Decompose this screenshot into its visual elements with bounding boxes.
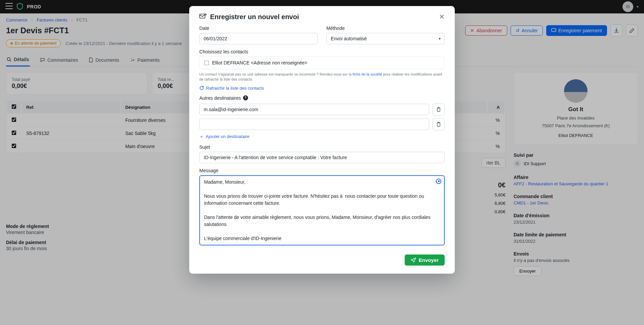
mail-icon <box>199 13 207 21</box>
trash-icon <box>436 107 441 112</box>
close-icon[interactable]: ✕ <box>439 13 445 21</box>
methode-label: Méthode <box>326 26 445 31</box>
plus-icon: ＋ <box>199 134 204 140</box>
date-label: Date <box>199 26 318 31</box>
dest-email-field[interactable] <box>199 104 429 115</box>
delete-dest-button[interactable] <box>433 118 445 130</box>
sujet-field[interactable] <box>199 152 445 163</box>
refresh-contacts-link[interactable]: Rafraichir la liste des contacts <box>199 86 445 91</box>
sujet-label: Sujet <box>199 144 445 150</box>
add-dest-link[interactable]: ＋ Ajouter un destinataire <box>199 134 445 140</box>
refresh-contacts-label: Rafraichir la liste des contacts <box>206 86 264 91</box>
info-icon[interactable]: ? <box>243 95 248 100</box>
delete-dest-button[interactable] <box>433 103 445 115</box>
dest-email-field-empty[interactable] <box>199 119 429 130</box>
send-button[interactable]: Envoyer <box>405 254 445 266</box>
message-label: Message <box>199 168 445 173</box>
trash-icon <box>436 122 441 127</box>
societe-link[interactable]: fiche de la société <box>353 72 382 76</box>
choose-contacts-label: Choisissez les contacts <box>199 49 445 54</box>
contacts-help: Un contact n'apparait pas ou une adresse… <box>199 72 445 82</box>
add-dest-label: Ajouter un destinataire <box>206 134 249 139</box>
date-field[interactable] <box>199 33 318 44</box>
autres-dest-label: Autres destinataires <box>199 95 241 101</box>
refresh-icon <box>199 86 204 90</box>
svg-rect-3 <box>200 14 205 18</box>
contact-name: Elliot DEFRANCE <Adresse non renseignée> <box>212 60 307 65</box>
methode-select[interactable]: Envoi automatisé <box>326 33 445 44</box>
focus-indicator-icon <box>436 179 441 184</box>
modal-title: Enregistrer un nouvel envoi <box>210 13 299 21</box>
send-icon <box>411 258 416 263</box>
new-send-modal: Enregistrer un nouvel envoi ✕ Date Métho… <box>189 6 455 274</box>
contact-checkbox[interactable] <box>204 60 209 65</box>
message-textarea[interactable]: Madame, Monsieur, Nous vous prions de tr… <box>199 175 445 245</box>
send-button-label: Envoyer <box>419 257 439 263</box>
